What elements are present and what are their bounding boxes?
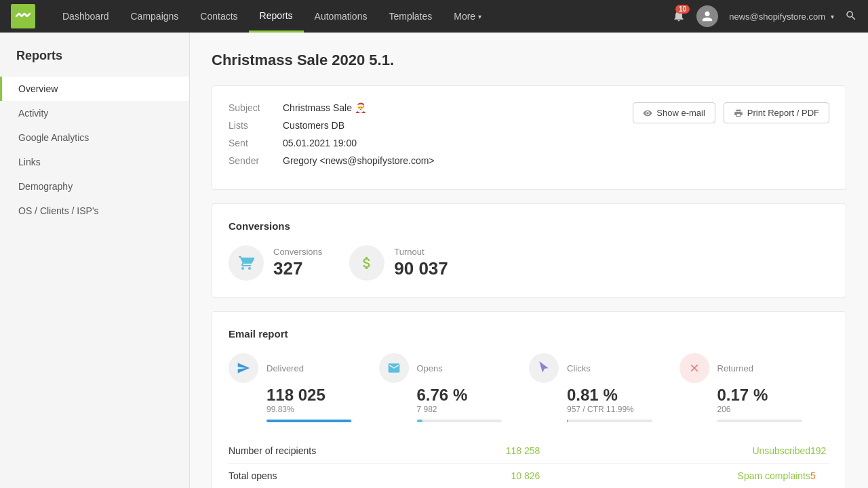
info-row-sent: Sent 05.01.2021 19:00 [229,138,633,148]
campaign-info-card: Subject Christmass Sale 🎅 Lists Customer… [212,85,846,190]
user-email: news@shopifystore.com [729,12,825,22]
sent-label: Sent [229,138,283,148]
clicks-progress-bg [567,420,652,422]
unsubscribed-value: 192 [810,439,829,464]
conversions-value: 327 [273,258,322,279]
conversions-card: Conversions Conversions 327 [212,203,846,298]
print-report-button[interactable]: Print Report / PDF [724,102,829,123]
page-title: Christmass Sale 2020 5.1. [212,52,846,69]
delivered-metric: Delivered 118 025 99.83% [229,353,379,422]
avatar [696,5,718,27]
stats-table: Number of recipients 118 258 Unsubscribe… [229,439,829,488]
lists-value: Customers DB [283,120,344,131]
opens-metric: Opens 6.76 % 7 982 [379,353,530,422]
nav-contacts[interactable]: Contacts [189,0,248,33]
clicks-value: 0.81 % [567,386,666,405]
info-row-subject: Subject Christmass Sale 🎅 [229,102,633,113]
cursor-icon-container [529,353,559,383]
notification-button[interactable]: 10 [672,9,686,24]
sender-value: Gregory <news@shopifystore.com> [283,155,435,166]
mail-icon [387,361,401,375]
info-grid: Subject Christmass Sale 🎅 Lists Customer… [229,102,829,173]
spam-complaints-value: 5 [810,464,829,489]
turnout-info: Turnout 90 037 [394,247,448,279]
info-fields: Subject Christmass Sale 🎅 Lists Customer… [229,102,633,173]
email-report-card: Email report Delivered 118 025 99.83% [212,311,846,488]
info-row-sender: Sender Gregory <news@shopifystore.com> [229,155,633,166]
nav-reports[interactable]: Reports [249,0,304,33]
nav-templates[interactable]: Templates [378,0,443,33]
info-actions: Show e-mail Print Report / PDF [633,102,829,123]
sidebar: Reports Overview Activity Google Analyti… [0,33,190,488]
conversions-title: Conversions [229,220,829,232]
delivered-progress-fill [267,420,351,422]
clicks-metric: Clicks 0.81 % 957 / CTR 11.99% [529,353,679,422]
sidebar-item-os-clients[interactable]: OS / Clients / ISP's [0,199,189,223]
sent-value: 05.01.2021 19:00 [283,138,357,148]
main-content: Christmass Sale 2020 5.1. Subject Christ… [190,33,868,488]
stats-section: Number of recipients 118 258 Unsubscribe… [229,439,829,488]
lists-label: Lists [229,120,283,131]
app-logo[interactable] [11,4,35,28]
sidebar-item-google-analytics[interactable]: Google Analytics [0,125,189,150]
sidebar-item-activity[interactable]: Activity [0,101,189,125]
nav-more[interactable]: More ▾ [443,0,492,33]
nav-automations[interactable]: Automations [304,0,378,33]
conversions-info: Conversions 327 [273,247,322,279]
stats-row-recipients: Number of recipients 118 258 Unsubscribe… [229,439,829,464]
delivered-value: 118 025 [267,386,366,405]
money-icon [359,255,375,271]
conversions-label: Conversions [273,247,322,257]
sidebar-item-demography[interactable]: Demography [0,174,189,199]
clicks-header: Clicks [529,353,666,383]
opens-progress-fill [417,420,422,422]
nav-right: 10 news@shopifystore.com ▾ [672,5,857,27]
opens-value: 6.76 % [417,386,516,405]
unsubscribed-label: Unsubscribed [600,439,810,464]
returned-value: 0.17 % [717,386,816,405]
conversions-metrics: Conversions 327 Turnout 90 037 [229,245,829,281]
send-icon [237,361,250,375]
email-report-title: Email report [229,328,829,340]
stats-row-total-opens: Total opens 10 826 Spam complaints 5 [229,464,829,489]
opens-header: Opens [379,353,516,383]
conversions-metric: Conversions 327 [229,245,322,281]
clicks-sub: 957 / CTR 11.99% [567,405,666,414]
nav-campaigns[interactable]: Campaigns [120,0,190,33]
delivered-sub: 99.83% [267,405,366,414]
page-layout: Reports Overview Activity Google Analyti… [0,33,868,488]
search-button[interactable] [845,9,857,24]
returned-sub: 206 [717,405,816,414]
returned-label: Returned [717,363,753,373]
close-icon [688,362,701,374]
sidebar-item-links[interactable]: Links [0,150,189,174]
send-icon-container [229,353,258,383]
returned-metric: Returned 0.17 % 206 [679,353,830,422]
close-icon-container [679,353,709,383]
more-dropdown-icon: ▾ [478,13,481,20]
opens-progress-bg [417,420,502,422]
eye-icon [643,108,652,118]
cart-icon-container [229,245,264,281]
sender-label: Sender [229,155,283,166]
show-email-button[interactable]: Show e-mail [633,102,715,123]
nav-items: Dashboard Campaigns Contacts Reports Aut… [52,0,672,33]
sidebar-item-overview[interactable]: Overview [0,77,189,101]
turnout-label: Turnout [394,247,448,257]
delivered-header: Delivered [229,353,366,383]
turnout-value: 90 037 [394,258,448,279]
money-icon-container [349,245,384,281]
user-menu-button[interactable]: news@shopifystore.com ▾ [729,12,834,22]
opens-label: Opens [417,363,443,373]
top-navigation: Dashboard Campaigns Contacts Reports Aut… [0,0,868,33]
mail-icon-container [379,353,409,383]
delivered-label: Delivered [267,363,304,373]
nav-dashboard[interactable]: Dashboard [52,0,120,33]
returned-progress-bg [717,420,803,422]
subject-label: Subject [229,102,283,113]
total-opens-label: Total opens [229,464,499,489]
cart-icon [238,255,254,271]
cursor-icon [537,361,551,375]
sidebar-title: Reports [0,49,189,77]
turnout-metric: Turnout 90 037 [349,245,448,281]
